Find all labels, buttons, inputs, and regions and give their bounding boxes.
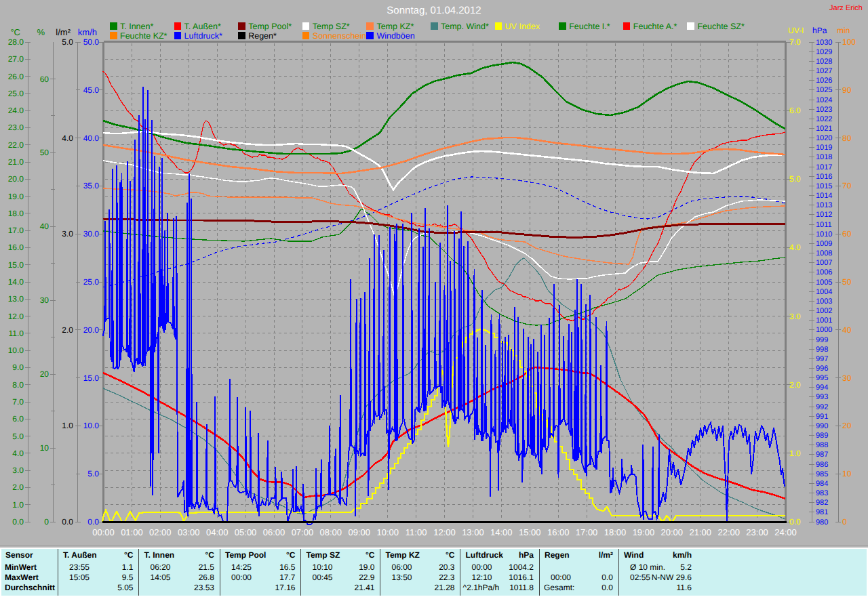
svg-text:1000: 1000: [816, 326, 832, 334]
svg-text:1004.2: 1004.2: [509, 562, 534, 572]
svg-text:Temp Pool: Temp Pool: [225, 550, 266, 560]
svg-text:12:00: 12:00: [433, 527, 456, 537]
svg-text:997: 997: [816, 355, 828, 363]
svg-text:10: 10: [40, 443, 50, 453]
svg-text:UV Index: UV Index: [505, 22, 540, 31]
svg-text:Sonnenschein: Sonnenschein: [313, 31, 366, 41]
svg-text:6.0: 6.0: [789, 106, 801, 115]
svg-text:1020: 1020: [816, 134, 832, 142]
svg-text:984: 984: [816, 480, 828, 488]
svg-text:993: 993: [816, 393, 828, 401]
svg-text:1017: 1017: [816, 163, 832, 171]
svg-text:1010: 1010: [816, 230, 832, 239]
svg-text:^2.1hPa/h: ^2.1hPa/h: [463, 583, 500, 592]
svg-text:21.5: 21.5: [199, 562, 215, 572]
svg-text:Regen: Regen: [545, 550, 570, 560]
svg-text:°C: °C: [366, 550, 375, 560]
svg-text:00:00: 00:00: [472, 562, 492, 572]
svg-text:10:10: 10:10: [313, 562, 333, 572]
svg-text:1025: 1025: [816, 86, 832, 94]
svg-text:hPa: hPa: [519, 550, 534, 560]
svg-text:°C: °C: [446, 550, 455, 560]
svg-text:9.0: 9.0: [12, 363, 24, 372]
svg-text:min: min: [837, 26, 850, 35]
svg-text:1018: 1018: [816, 153, 832, 161]
svg-text:1023: 1023: [816, 106, 832, 114]
svg-text:08:00: 08:00: [320, 527, 342, 537]
svg-text:989: 989: [816, 432, 828, 440]
svg-text:24.0: 24.0: [8, 106, 24, 115]
svg-text:T. Innen: T. Innen: [144, 550, 175, 560]
svg-text:12:10: 12:10: [472, 573, 492, 582]
svg-text:7.0: 7.0: [789, 37, 801, 47]
svg-text:06:00: 06:00: [263, 527, 285, 537]
svg-text:1006: 1006: [816, 268, 832, 276]
svg-text:9.5: 9.5: [122, 573, 134, 582]
svg-text:00:45: 00:45: [313, 573, 333, 582]
svg-text:Temp SZ: Temp SZ: [307, 550, 340, 560]
svg-text:Temp KZ*: Temp KZ*: [376, 22, 414, 31]
svg-text:0: 0: [44, 517, 49, 527]
svg-text:992: 992: [816, 403, 828, 411]
svg-text:60: 60: [842, 229, 852, 239]
svg-text:987: 987: [816, 451, 828, 459]
svg-text:03:00: 03:00: [178, 527, 200, 537]
svg-text:17.7: 17.7: [279, 573, 296, 582]
svg-text:Temp SZ*: Temp SZ*: [313, 22, 350, 31]
svg-text:14:05: 14:05: [151, 573, 171, 582]
svg-text:5.05: 5.05: [117, 583, 134, 592]
svg-text:50: 50: [40, 148, 50, 157]
svg-text:11.6: 11.6: [677, 583, 692, 592]
svg-text:45.0: 45.0: [83, 85, 100, 95]
svg-text:T. Innen*: T. Innen*: [120, 22, 153, 31]
svg-text:1028: 1028: [816, 58, 832, 66]
svg-text:0.0: 0.0: [601, 583, 613, 592]
svg-text:23:55: 23:55: [69, 562, 90, 572]
svg-text:14:25: 14:25: [231, 562, 252, 572]
svg-text:2.0: 2.0: [789, 380, 801, 390]
svg-text:999: 999: [816, 336, 828, 344]
svg-text:23.53: 23.53: [194, 583, 214, 592]
svg-text:1030: 1030: [816, 39, 832, 47]
svg-text:0.0: 0.0: [789, 517, 801, 527]
svg-text:06:00: 06:00: [392, 562, 412, 572]
svg-text:Wind: Wind: [624, 550, 644, 560]
svg-text:1005: 1005: [816, 279, 832, 287]
svg-text:982: 982: [816, 499, 828, 507]
svg-text:23.0: 23.0: [8, 123, 24, 132]
svg-text:996: 996: [816, 365, 828, 373]
svg-text:985: 985: [816, 470, 828, 478]
svg-text:1029: 1029: [816, 48, 832, 56]
svg-text:1.0: 1.0: [789, 449, 801, 458]
svg-text:21:00: 21:00: [690, 527, 712, 537]
svg-text:Feuchte I.*: Feuchte I.*: [569, 22, 610, 31]
svg-text:17:00: 17:00: [576, 527, 598, 537]
svg-text:09:00: 09:00: [349, 527, 371, 537]
svg-text:3.0: 3.0: [789, 312, 801, 321]
svg-text:994: 994: [816, 384, 828, 392]
svg-text:1012: 1012: [816, 211, 832, 219]
svg-text:T. Außen: T. Außen: [63, 550, 97, 560]
svg-text:00:00: 00:00: [551, 573, 571, 582]
svg-text:Durchschnitt: Durchschnitt: [5, 583, 55, 592]
svg-text:13.0: 13.0: [8, 294, 24, 304]
svg-text:15:05: 15:05: [69, 573, 90, 582]
svg-text:19.0: 19.0: [359, 562, 375, 572]
svg-text:20.3: 20.3: [439, 562, 455, 572]
svg-text:5.0: 5.0: [12, 432, 24, 441]
svg-text:l/m²: l/m²: [599, 550, 613, 560]
svg-text:MinWert: MinWert: [5, 562, 37, 572]
svg-text:20: 20: [40, 369, 50, 379]
svg-text:05:00: 05:00: [235, 527, 257, 537]
svg-text:06:20: 06:20: [151, 562, 171, 572]
svg-text:1001: 1001: [816, 316, 832, 325]
svg-text:Sensor: Sensor: [5, 550, 33, 560]
svg-text:Gesamt:: Gesamt:: [544, 583, 574, 592]
svg-text:Windböen: Windböen: [376, 31, 414, 41]
svg-text:Luftdruck*: Luftdruck*: [184, 31, 222, 41]
svg-text:1019: 1019: [816, 144, 832, 152]
svg-text:T. Außen*: T. Außen*: [184, 22, 221, 31]
svg-text:0: 0: [842, 517, 847, 527]
svg-text:26.0: 26.0: [8, 72, 24, 81]
svg-text:1024: 1024: [816, 96, 832, 104]
